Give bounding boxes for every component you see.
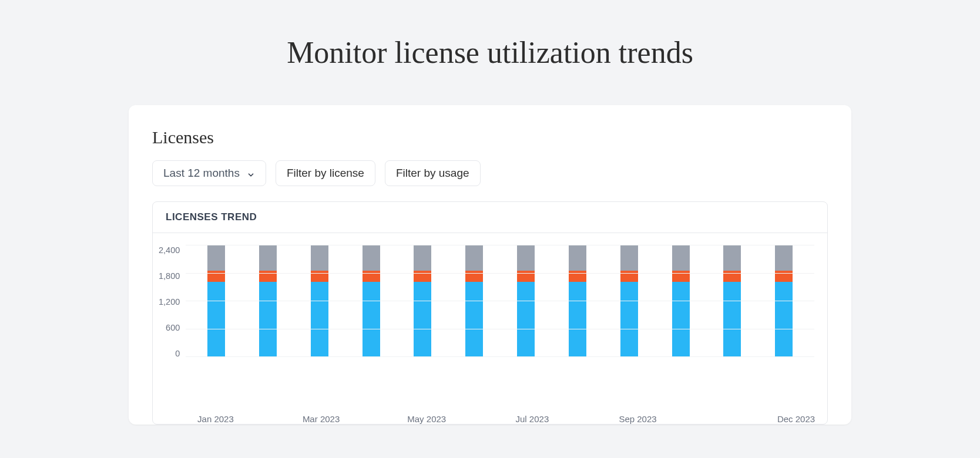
bar-segment	[363, 245, 380, 271]
filter-by-usage-button[interactable]: Filter by usage	[385, 160, 481, 186]
bar-segment	[723, 282, 741, 356]
x-tick: Jan 2023	[189, 414, 242, 424]
bar-segment	[311, 245, 328, 271]
y-tick: 0	[175, 349, 180, 358]
x-axis: Jan 2023·Mar 2023·May 2023·Jul 2023·Sep …	[184, 398, 827, 424]
bar-segment	[672, 245, 690, 271]
filters-row: Last 12 months Filter by license Filter …	[152, 160, 828, 186]
bar-segment	[775, 282, 793, 356]
bar-segment	[259, 282, 277, 356]
y-tick: 1,200	[159, 298, 180, 307]
chart-panel: LICENSES TREND 2,4001,8001,2006000 Jan 2…	[152, 201, 828, 425]
bar-segment	[311, 282, 328, 356]
bar-segment	[672, 282, 690, 356]
x-tick: Sep 2023	[612, 414, 664, 424]
bar-segment	[414, 245, 431, 271]
y-axis: 2,4001,8001,2006000	[159, 246, 186, 358]
grid-line	[186, 273, 814, 274]
chevron-down-icon	[247, 169, 255, 177]
bar-segment	[517, 282, 535, 356]
plot-area	[186, 245, 814, 356]
card-title: Licenses	[152, 127, 828, 147]
y-tick: 2,400	[159, 246, 180, 255]
bar-segment	[620, 245, 638, 271]
bar-segment	[775, 245, 793, 271]
bar-segment	[517, 245, 535, 271]
date-range-label: Last 12 months	[163, 167, 240, 180]
bar-segment	[465, 245, 483, 271]
bar-segment	[259, 245, 277, 271]
bar-segment	[569, 282, 586, 356]
filter-by-license-label: Filter by license	[287, 167, 364, 180]
filter-by-usage-label: Filter by usage	[396, 167, 469, 180]
chart-body: 2,4001,8001,2006000	[153, 233, 827, 398]
bar-segment	[620, 282, 638, 356]
grid-line	[186, 301, 814, 301]
bar-segment	[363, 282, 380, 356]
bar-segment	[414, 282, 431, 356]
y-tick: 600	[166, 324, 180, 332]
x-tick: Dec 2023	[770, 414, 823, 424]
x-tick: May 2023	[400, 414, 453, 424]
licenses-card: Licenses Last 12 months Filter by licens…	[129, 105, 851, 425]
grid-line	[186, 245, 814, 245]
y-tick: 1,800	[159, 272, 180, 281]
grid-line	[186, 329, 814, 329]
filter-by-license-button[interactable]: Filter by license	[276, 160, 375, 186]
date-range-dropdown[interactable]: Last 12 months	[152, 160, 266, 186]
bar-segment	[207, 245, 225, 271]
chart-title: LICENSES TREND	[153, 202, 827, 233]
bar-segment	[569, 245, 586, 271]
grid-line	[186, 356, 814, 357]
x-tick: Mar 2023	[295, 414, 348, 424]
x-tick: Jul 2023	[506, 414, 559, 424]
bar-segment	[465, 282, 483, 356]
page: Monitor license utilization trends Licen…	[0, 0, 980, 458]
page-title: Monitor license utilization trends	[287, 35, 693, 70]
bar-segment	[207, 282, 225, 356]
bar-segment	[723, 245, 741, 271]
